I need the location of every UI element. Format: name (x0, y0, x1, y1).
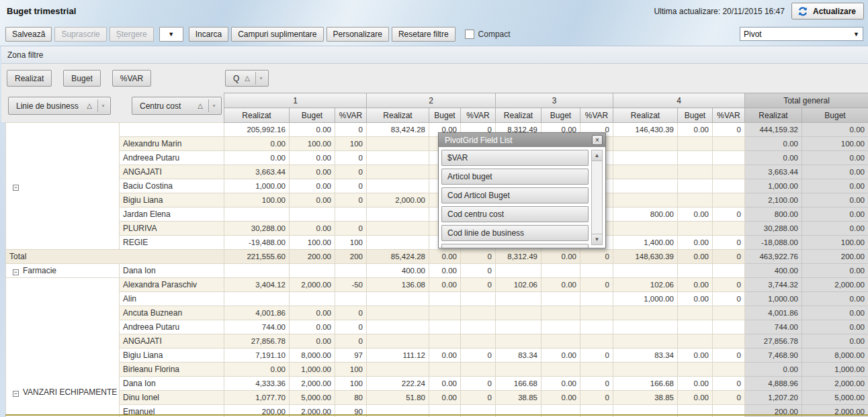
data-cell[interactable] (678, 320, 713, 334)
data-cell[interactable]: 0 (713, 349, 745, 363)
data-cell[interactable]: 1,000.00 (290, 363, 335, 377)
data-cell[interactable] (367, 207, 429, 222)
data-cell[interactable]: 1,000.00 (613, 292, 678, 306)
data-cell[interactable]: 0.00 (802, 179, 868, 193)
data-cell[interactable]: 0.00 (802, 165, 868, 179)
data-cell[interactable]: 51.80 (367, 391, 429, 405)
data-cell[interactable] (678, 264, 713, 278)
data-cell[interactable] (367, 320, 429, 334)
data-cell[interactable] (461, 320, 496, 334)
data-cell[interactable]: -19,488.00 (224, 236, 290, 250)
column-sub-header[interactable]: %VAR (335, 108, 367, 123)
collapse-icon[interactable]: − (13, 269, 19, 275)
data-cell[interactable] (613, 193, 678, 207)
data-cell[interactable] (541, 334, 580, 349)
data-cell[interactable]: 0.00 (224, 363, 290, 377)
data-cell[interactable] (541, 363, 580, 377)
data-cell[interactable]: 83.34 (496, 349, 541, 363)
extra-fields-button[interactable]: Campuri suplimentare (231, 27, 323, 42)
data-cell[interactable] (678, 137, 713, 151)
data-cell[interactable] (429, 306, 461, 320)
data-cell[interactable]: 0.00 (290, 151, 335, 165)
data-cell[interactable]: 4,001.86 (745, 306, 802, 320)
data-cell[interactable]: 0 (461, 264, 496, 278)
data-cell[interactable]: 0 (335, 320, 367, 334)
row-name-cell[interactable]: Dana Ion (120, 377, 224, 391)
data-cell[interactable] (367, 137, 429, 151)
data-cell[interactable]: 0.00 (429, 264, 461, 278)
data-cell[interactable] (367, 306, 429, 320)
save-options-dropdown[interactable]: ▼ (159, 27, 183, 42)
data-cell[interactable]: 0.00 (678, 292, 713, 306)
column-group-header[interactable]: Total general (745, 93, 868, 108)
field-list-item[interactable]: $VAR (441, 150, 589, 166)
data-cell[interactable] (613, 165, 678, 179)
data-cell[interactable] (429, 320, 461, 334)
data-cell[interactable]: 83.34 (613, 349, 678, 363)
data-cell[interactable] (367, 334, 429, 349)
data-cell[interactable]: 0 (335, 151, 367, 165)
row-name-cell[interactable]: Bigiu Liana (120, 349, 224, 363)
data-cell[interactable]: 0 (713, 278, 745, 292)
data-cell[interactable]: 2,000.00 (802, 278, 868, 292)
data-cell[interactable] (580, 320, 613, 334)
data-cell[interactable]: 0 (713, 292, 745, 306)
data-cell[interactable] (580, 306, 613, 320)
data-cell[interactable]: 3,404.12 (224, 278, 290, 292)
data-cell[interactable] (713, 264, 745, 278)
data-cell[interactable]: 0.00 (802, 292, 868, 306)
data-cell[interactable]: 0 (713, 377, 745, 391)
row-name-cell[interactable] (120, 123, 224, 137)
data-cell[interactable]: 0.00 (541, 377, 580, 391)
data-cell[interactable]: 38.85 (496, 391, 541, 405)
data-cell[interactable] (713, 306, 745, 320)
row-name-cell[interactable]: Alexandru Marin (120, 137, 224, 151)
data-cell[interactable]: 100 (335, 137, 367, 151)
row-name-cell[interactable]: Dinu Ionel (120, 391, 224, 405)
data-cell[interactable]: -18,088.00 (745, 236, 802, 250)
data-cell[interactable] (429, 363, 461, 377)
data-cell[interactable]: 102.06 (613, 278, 678, 292)
data-cell[interactable]: 100 (335, 377, 367, 391)
data-cell[interactable]: 2,000.00 (802, 377, 868, 391)
field-list-scrollbar[interactable]: ▲ ▼ (591, 150, 603, 245)
data-cell[interactable]: -50 (335, 278, 367, 292)
load-button[interactable]: Incarca (189, 27, 228, 42)
data-cell[interactable]: 400.00 (745, 264, 802, 278)
overwrite-button[interactable]: Suprascrie (54, 27, 106, 42)
delete-button[interactable]: Ștergere (110, 27, 154, 42)
data-cell[interactable] (678, 193, 713, 207)
field-list-item[interactable]: Articol buget (441, 169, 589, 185)
data-cell[interactable]: 0.00 (678, 377, 713, 391)
row-group-cell[interactable]: −Farmacie (6, 264, 120, 278)
collapse-icon[interactable]: − (13, 185, 19, 191)
data-cell[interactable]: 3,663.44 (224, 165, 290, 179)
data-cell[interactable]: 222.24 (367, 377, 429, 391)
data-cell[interactable] (224, 264, 290, 278)
data-cell[interactable]: 0.00 (802, 334, 868, 349)
data-cell[interactable] (678, 334, 713, 349)
data-cell[interactable] (678, 306, 713, 320)
compact-checkbox[interactable] (465, 30, 474, 39)
data-cell[interactable] (713, 179, 745, 193)
data-cell[interactable]: 0.00 (429, 349, 461, 363)
measure-button-buget[interactable]: Buget (63, 70, 100, 87)
data-cell[interactable]: 0 (335, 165, 367, 179)
row-name-cell[interactable]: Andreea Putaru (120, 151, 224, 165)
data-cell[interactable]: 0.00 (678, 278, 713, 292)
data-cell[interactable]: 0 (461, 391, 496, 405)
data-cell[interactable]: 200.00 (290, 250, 335, 264)
data-cell[interactable] (613, 179, 678, 193)
data-cell[interactable] (541, 320, 580, 334)
data-cell[interactable] (678, 363, 713, 377)
data-cell[interactable]: 100.00 (802, 137, 868, 151)
data-cell[interactable]: 2,100.00 (745, 193, 802, 207)
data-cell[interactable]: 100.00 (802, 236, 868, 250)
column-sub-header[interactable]: %VAR (461, 108, 496, 123)
data-cell[interactable]: 400.00 (367, 264, 429, 278)
data-cell[interactable] (678, 151, 713, 165)
data-cell[interactable]: 0 (461, 250, 496, 264)
data-cell[interactable]: 0.00 (541, 278, 580, 292)
data-cell[interactable]: 8,000.00 (802, 349, 868, 363)
data-cell[interactable] (335, 292, 367, 306)
